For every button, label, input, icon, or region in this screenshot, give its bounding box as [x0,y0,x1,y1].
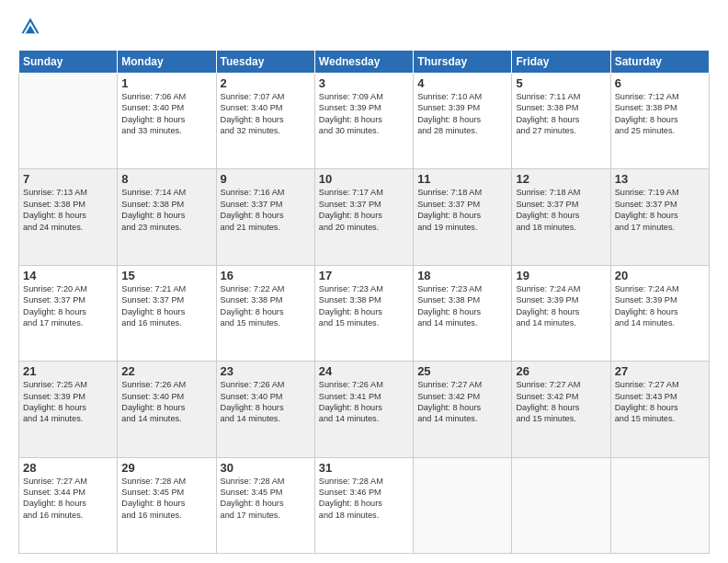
calendar-cell: 18Sunrise: 7:23 AMSunset: 3:38 PMDayligh… [414,265,512,361]
day-info: Sunrise: 7:14 AMSunset: 3:38 PMDaylight:… [121,187,211,233]
calendar-cell: 4Sunrise: 7:10 AMSunset: 3:39 PMDaylight… [414,74,512,169]
calendar-cell [610,457,709,553]
header [18,17,710,40]
calendar-cell: 7Sunrise: 7:13 AMSunset: 3:38 PMDaylight… [19,169,118,265]
day-number: 31 [319,461,409,475]
calendar-cell: 25Sunrise: 7:27 AMSunset: 3:42 PMDayligh… [414,362,512,457]
calendar-cell: 5Sunrise: 7:11 AMSunset: 3:38 PMDaylight… [512,74,610,169]
calendar-cell: 8Sunrise: 7:14 AMSunset: 3:38 PMDaylight… [118,169,216,265]
day-info: Sunrise: 7:18 AMSunset: 3:37 PMDaylight:… [417,187,507,233]
day-number: 17 [319,269,409,282]
calendar-cell [19,74,118,169]
calendar-cell: 2Sunrise: 7:07 AMSunset: 3:40 PMDaylight… [216,74,314,169]
day-number: 21 [23,364,113,378]
logo-icon [20,17,40,37]
day-number: 24 [319,364,409,378]
col-sunday: Sunday [19,51,118,74]
day-info: Sunrise: 7:28 AMSunset: 3:45 PMDaylight:… [221,476,311,522]
calendar-header-row: Sunday Monday Tuesday Wednesday Thursday… [19,51,710,74]
day-info: Sunrise: 7:23 AMSunset: 3:38 PMDaylight:… [319,283,409,329]
day-number: 19 [516,269,606,282]
day-number: 23 [221,364,311,378]
day-number: 20 [615,269,705,282]
day-number: 7 [23,172,113,186]
day-info: Sunrise: 7:27 AMSunset: 3:42 PMDaylight:… [516,379,606,425]
day-info: Sunrise: 7:22 AMSunset: 3:38 PMDaylight:… [221,283,311,329]
day-info: Sunrise: 7:18 AMSunset: 3:37 PMDaylight:… [516,187,606,233]
day-info: Sunrise: 7:24 AMSunset: 3:39 PMDaylight:… [615,283,705,329]
day-number: 30 [221,461,311,475]
calendar-cell: 24Sunrise: 7:26 AMSunset: 3:41 PMDayligh… [314,362,413,457]
day-number: 13 [615,172,705,186]
col-thursday: Thursday [414,51,512,74]
calendar-cell: 17Sunrise: 7:23 AMSunset: 3:38 PMDayligh… [314,265,413,361]
calendar-cell: 10Sunrise: 7:17 AMSunset: 3:37 PMDayligh… [314,169,413,265]
day-number: 26 [516,364,606,378]
calendar-week-row: 7Sunrise: 7:13 AMSunset: 3:38 PMDaylight… [19,169,710,265]
day-info: Sunrise: 7:09 AMSunset: 3:39 PMDaylight:… [319,91,409,137]
calendar-cell: 6Sunrise: 7:12 AMSunset: 3:38 PMDaylight… [610,74,709,169]
day-number: 15 [121,269,211,282]
calendar-week-row: 28Sunrise: 7:27 AMSunset: 3:44 PMDayligh… [19,457,710,553]
calendar-cell: 22Sunrise: 7:26 AMSunset: 3:40 PMDayligh… [118,362,216,457]
calendar-week-row: 1Sunrise: 7:06 AMSunset: 3:40 PMDaylight… [19,74,710,169]
day-info: Sunrise: 7:13 AMSunset: 3:38 PMDaylight:… [23,187,113,233]
calendar-cell: 31Sunrise: 7:28 AMSunset: 3:46 PMDayligh… [314,457,413,553]
calendar-cell: 9Sunrise: 7:16 AMSunset: 3:37 PMDaylight… [216,169,314,265]
calendar-cell [512,457,610,553]
day-number: 11 [417,172,507,186]
col-tuesday: Tuesday [216,51,314,74]
day-number: 9 [221,172,311,186]
calendar-cell: 1Sunrise: 7:06 AMSunset: 3:40 PMDaylight… [118,74,216,169]
calendar-cell: 20Sunrise: 7:24 AMSunset: 3:39 PMDayligh… [610,265,709,361]
day-info: Sunrise: 7:26 AMSunset: 3:40 PMDaylight:… [221,379,311,425]
day-number: 27 [615,364,705,378]
day-info: Sunrise: 7:24 AMSunset: 3:39 PMDaylight:… [516,283,606,329]
calendar-cell: 30Sunrise: 7:28 AMSunset: 3:45 PMDayligh… [216,457,314,553]
calendar-cell: 27Sunrise: 7:27 AMSunset: 3:43 PMDayligh… [610,362,709,457]
day-info: Sunrise: 7:26 AMSunset: 3:40 PMDaylight:… [121,379,211,425]
page: Sunday Monday Tuesday Wednesday Thursday… [0,0,728,563]
day-number: 18 [417,269,507,282]
calendar-cell: 12Sunrise: 7:18 AMSunset: 3:37 PMDayligh… [512,169,610,265]
day-info: Sunrise: 7:16 AMSunset: 3:37 PMDaylight:… [221,187,311,233]
calendar-cell: 3Sunrise: 7:09 AMSunset: 3:39 PMDaylight… [314,74,413,169]
day-number: 16 [221,269,311,282]
day-number: 12 [516,172,606,186]
day-info: Sunrise: 7:23 AMSunset: 3:38 PMDaylight:… [417,283,507,329]
calendar-cell: 16Sunrise: 7:22 AMSunset: 3:38 PMDayligh… [216,265,314,361]
day-info: Sunrise: 7:19 AMSunset: 3:37 PMDaylight:… [615,187,705,233]
day-number: 14 [23,269,113,282]
calendar-cell: 21Sunrise: 7:25 AMSunset: 3:39 PMDayligh… [19,362,118,457]
calendar-week-row: 21Sunrise: 7:25 AMSunset: 3:39 PMDayligh… [19,362,710,457]
calendar-cell: 23Sunrise: 7:26 AMSunset: 3:40 PMDayligh… [216,362,314,457]
calendar-cell [414,457,512,553]
calendar-week-row: 14Sunrise: 7:20 AMSunset: 3:37 PMDayligh… [19,265,710,361]
calendar-cell: 15Sunrise: 7:21 AMSunset: 3:37 PMDayligh… [118,265,216,361]
day-number: 25 [417,364,507,378]
day-number: 4 [417,76,507,90]
day-number: 22 [121,364,211,378]
day-number: 28 [23,461,113,475]
calendar-table: Sunday Monday Tuesday Wednesday Thursday… [18,50,710,554]
day-info: Sunrise: 7:11 AMSunset: 3:38 PMDaylight:… [516,91,606,137]
day-info: Sunrise: 7:07 AMSunset: 3:40 PMDaylight:… [221,91,311,137]
day-number: 6 [615,76,705,90]
day-info: Sunrise: 7:20 AMSunset: 3:37 PMDaylight:… [23,283,113,329]
calendar-cell: 28Sunrise: 7:27 AMSunset: 3:44 PMDayligh… [19,457,118,553]
day-number: 10 [319,172,409,186]
calendar-cell: 13Sunrise: 7:19 AMSunset: 3:37 PMDayligh… [610,169,709,265]
day-info: Sunrise: 7:10 AMSunset: 3:39 PMDaylight:… [417,91,507,137]
day-number: 8 [121,172,211,186]
col-saturday: Saturday [610,51,709,74]
day-number: 2 [221,76,311,90]
day-number: 5 [516,76,606,90]
calendar-cell: 14Sunrise: 7:20 AMSunset: 3:37 PMDayligh… [19,265,118,361]
day-info: Sunrise: 7:27 AMSunset: 3:42 PMDaylight:… [417,379,507,425]
day-number: 1 [121,76,211,90]
col-monday: Monday [118,51,216,74]
col-wednesday: Wednesday [314,51,413,74]
day-info: Sunrise: 7:27 AMSunset: 3:44 PMDaylight:… [23,476,113,522]
day-info: Sunrise: 7:12 AMSunset: 3:38 PMDaylight:… [615,91,705,137]
logo [18,17,40,40]
